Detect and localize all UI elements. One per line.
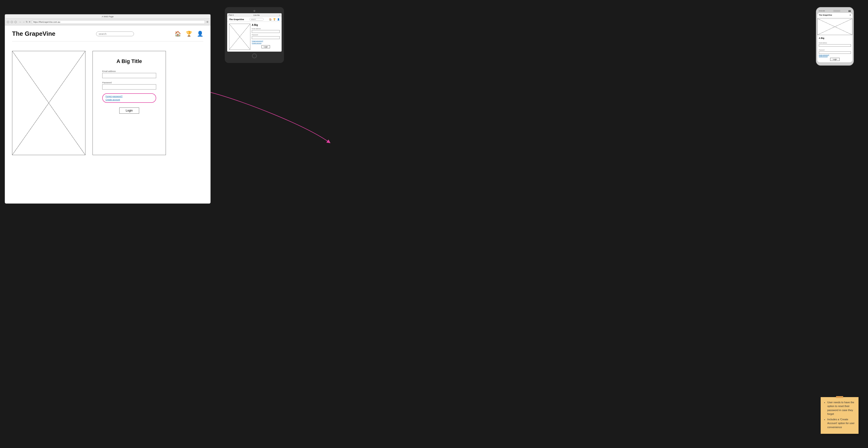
tablet-password-label: Password (252, 34, 280, 35)
tablet-create-account[interactable]: Create account (252, 42, 280, 44)
create-account-link[interactable]: Create account (105, 98, 153, 101)
tablet-screen: iPad ≋ 3:04 PM □ The GrapeVine search 🏠 … (227, 13, 282, 52)
sticky-note-tape (836, 396, 843, 398)
phone-mockup: 09:52 AM ▊▊ The GrapeVine ≡ A Big Email … (816, 7, 854, 66)
phone-notch-bar: 09:52 AM ▊▊ (818, 9, 852, 12)
tablet-forgot-password[interactable]: Forgot password? (252, 40, 280, 42)
browser-toolbar: ← → ↻ ✕ https://theGrapeVine.com.au ⚙ (5, 19, 210, 25)
search-bar[interactable]: search (96, 31, 134, 36)
phone-logo: The GrapeVine (819, 14, 832, 16)
forward-icon[interactable]: → (23, 21, 25, 23)
reload-icon[interactable]: ↻ (26, 21, 28, 23)
tablet-mockup: iPad ≋ 3:04 PM □ The GrapeVine search 🏠 … (225, 7, 284, 63)
tablet-content: A Big Email address Password Forgot pass… (227, 22, 282, 52)
sticky-note-bullet2: Includes a 'Create Account' option for u… (827, 417, 855, 429)
password-field: Password (102, 82, 156, 90)
tablet-login-section: A Big Email address Password Forgot pass… (252, 24, 280, 50)
tablet-home-icon[interactable]: 🏠 (269, 18, 272, 21)
tablet-trophy-icon[interactable]: 🏆 (273, 18, 276, 21)
phone-status-left: 09:52 AM (819, 10, 825, 11)
phone-email-input[interactable] (819, 44, 851, 47)
site-header: The GrapeVine search 🏠 🏆 👤 (12, 30, 203, 41)
tablet-email-input[interactable] (252, 30, 280, 33)
browser-content: The GrapeVine search 🏠 🏆 👤 A Big Title E… (5, 25, 210, 203)
browser-nav-icons: ← → ↻ ✕ (19, 21, 31, 23)
phone-hamburger-icon[interactable]: ≡ (849, 14, 851, 16)
user-icon[interactable]: 👤 (197, 31, 203, 37)
phone-login-section: A Big Email address Password Forgot pass… (817, 36, 852, 62)
tablet-status-left: iPad ≋ (228, 14, 234, 16)
browser-title-bar: A Web Page (5, 14, 210, 19)
tablet-home-button[interactable] (252, 54, 257, 58)
browser-url: https://theGrapeVine.com.au (33, 21, 60, 23)
phone-login-title: A Big (819, 37, 851, 39)
close-nav-icon[interactable]: ✕ (29, 21, 31, 23)
phone-login-btn[interactable]: Login (830, 58, 839, 61)
browser-address-bar[interactable]: https://theGrapeVine.com.au (32, 20, 205, 24)
email-field: Email address (102, 70, 156, 78)
site-logo: The GrapeVine (12, 30, 55, 37)
browser-maximize-btn[interactable] (14, 21, 17, 23)
login-title: A Big Title (117, 58, 142, 64)
phone-create-account[interactable]: Create account (819, 56, 851, 57)
phone-email-label: Email address (819, 42, 827, 43)
sticky-note: User needs to have the option to reset t… (821, 397, 859, 434)
tablet-status-right: □ (279, 14, 280, 16)
tablet-search-placeholder: search (251, 19, 256, 20)
login-button[interactable]: Login (119, 108, 139, 114)
back-icon[interactable]: ← (19, 21, 22, 23)
tablet-password-input[interactable] (252, 36, 280, 39)
sticky-note-bullet1: User needs to have the option to reset t… (827, 400, 855, 416)
browser-minimize-btn[interactable] (11, 21, 13, 23)
tablet-header: The GrapeVine search 🏠 🏆 👤 (227, 17, 282, 22)
email-label: Email address (102, 70, 156, 72)
wireframe-area: A Big Title Email address Password Forgo… (12, 51, 203, 155)
password-label: Password (102, 82, 156, 84)
tablet-image-placeholder (229, 24, 250, 50)
email-input[interactable] (102, 73, 156, 78)
tablet-user-icon[interactable]: 👤 (277, 18, 280, 21)
sticky-note-text: User needs to have the option to reset t… (824, 400, 855, 429)
search-placeholder: search (99, 32, 106, 35)
image-placeholder-large (12, 51, 86, 155)
phone-image-placeholder (817, 19, 852, 35)
home-icon[interactable]: 🏠 (175, 31, 181, 37)
form-links-box: Forgot password? Create account (102, 93, 156, 103)
browser-tab-title: A Web Page (102, 16, 114, 18)
phone-status-right: ▊▊ (848, 10, 851, 12)
settings-icon[interactable]: ⚙ (206, 21, 209, 23)
phone-header: The GrapeVine ≡ (817, 13, 852, 18)
tablet-login-title: A Big (252, 24, 280, 26)
password-input[interactable] (102, 84, 156, 90)
tablet-logo: The GrapeVine (229, 18, 244, 21)
browser-close-btn[interactable] (7, 21, 9, 23)
nav-icons: 🏠 🏆 👤 (175, 31, 203, 37)
trophy-icon[interactable]: 🏆 (186, 31, 192, 37)
phone-notch-center (833, 10, 840, 12)
tablet-status-time: 3:04 PM (253, 14, 259, 16)
browser-frame: A Web Page ← → ↻ ✕ https://theGrapeVine.… (5, 14, 211, 204)
tablet-email-label: Email address (252, 28, 280, 29)
tablet-nav: 🏠 🏆 👤 (269, 18, 280, 21)
phone-password-input[interactable] (819, 51, 851, 54)
right-side: iPad ≋ 3:04 PM □ The GrapeVine search 🏠 … (211, 0, 868, 448)
forgot-password-link[interactable]: Forgot password? (105, 95, 153, 97)
login-panel: A Big Title Email address Password Forgo… (93, 51, 166, 155)
tablet-search[interactable]: search (249, 18, 264, 21)
phone-screen: The GrapeVine ≡ A Big Email address Pass… (817, 13, 852, 62)
phone-password-label: Password (819, 49, 825, 51)
tablet-login-btn[interactable]: Login (261, 45, 270, 48)
tablet-status-bar: iPad ≋ 3:04 PM □ (227, 13, 282, 17)
tablet-camera (253, 10, 255, 12)
